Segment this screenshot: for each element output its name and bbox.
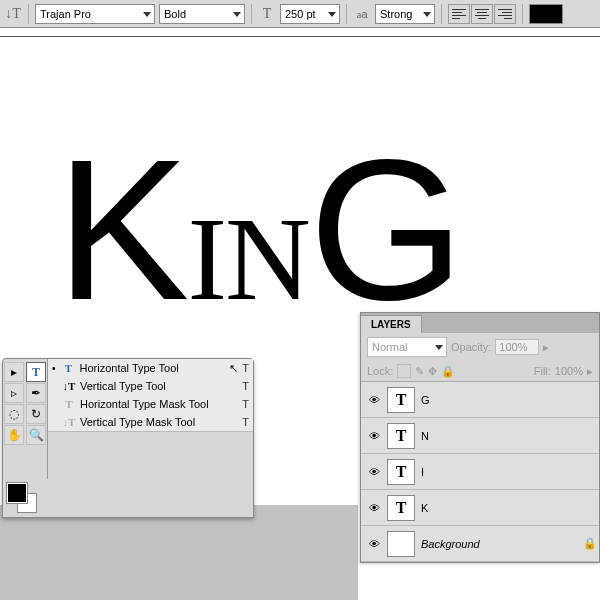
layer-row[interactable]: 👁 T K <box>361 490 599 526</box>
toolbox-col-a: ▸ ▹ ◌ ✋ <box>3 359 25 479</box>
tool-shortcut: T <box>242 380 249 392</box>
lock-transparency-icon[interactable] <box>397 364 411 378</box>
align-left-button[interactable] <box>448 4 470 24</box>
horizontal-type-tool[interactable]: T Horizontal Type Tool ↖ T <box>48 359 253 377</box>
chevron-right-icon[interactable]: ▸ <box>587 365 593 378</box>
blend-mode-value: Normal <box>372 341 407 353</box>
font-size-icon: T <box>258 5 276 23</box>
tool-label: Horizontal Type Tool <box>80 362 226 374</box>
font-size-select[interactable]: 250 pt <box>280 4 340 24</box>
layer-row[interactable]: 👁 T N <box>361 418 599 454</box>
lock-fill-row: Lock: ✎ ✥ 🔒 Fill: 100% ▸ <box>361 361 599 381</box>
tool-label: Vertical Type Tool <box>80 380 238 392</box>
font-family-select[interactable]: Trajan Pro <box>35 4 155 24</box>
visibility-icon[interactable]: 👁 <box>367 430 381 442</box>
type-icon: ↓T <box>62 380 76 392</box>
pen-tool[interactable]: ✒ <box>26 383 46 403</box>
font-weight-value: Bold <box>164 8 186 20</box>
layer-name[interactable]: G <box>421 394 593 406</box>
layer-thumbnail[interactable]: T <box>387 495 415 521</box>
visibility-icon[interactable]: 👁 <box>367 466 381 478</box>
divider <box>251 4 252 24</box>
layer-name[interactable]: I <box>421 466 593 478</box>
opacity-field[interactable]: 100% <box>495 339 539 355</box>
tool-shortcut: T <box>242 362 249 374</box>
direct-select-tool[interactable]: ▹ <box>4 383 24 403</box>
foreground-color[interactable] <box>7 483 27 503</box>
opacity-label: Opacity: <box>451 341 491 353</box>
blend-mode-select[interactable]: Normal <box>367 337 447 357</box>
chevron-right-icon[interactable]: ▸ <box>543 341 549 354</box>
lock-brush-icon[interactable]: ✎ <box>415 365 424 378</box>
divider <box>441 4 442 24</box>
antialias-select[interactable]: Strong <box>375 4 435 24</box>
divider <box>28 4 29 24</box>
layer-row[interactable]: 👁 T G <box>361 382 599 418</box>
align-center-button[interactable] <box>471 4 493 24</box>
lock-icon: 🔒 <box>583 537 593 550</box>
visibility-icon[interactable]: 👁 <box>367 502 381 514</box>
fill-field[interactable]: 100% <box>555 365 583 377</box>
antialias-value: Strong <box>380 8 412 20</box>
layer-row[interactable]: 👁 Background 🔒 <box>361 526 599 562</box>
divider <box>346 4 347 24</box>
tool-label: Horizontal Type Mask Tool <box>80 398 238 410</box>
layer-list: 👁 T G 👁 T N 👁 T I 👁 T K 👁 Background 🔒 <box>361 381 599 562</box>
rotate-tool[interactable]: ↻ <box>26 404 46 424</box>
layers-tab[interactable]: LAYERS <box>361 315 422 333</box>
color-swatches <box>3 479 253 517</box>
layer-row[interactable]: 👁 T I <box>361 454 599 490</box>
vertical-type-mask-tool[interactable]: ↓T Vertical Type Mask Tool T <box>48 413 253 431</box>
horizontal-type-mask-tool[interactable]: T Horizontal Type Mask Tool T <box>48 395 253 413</box>
fill-label: Fill: <box>534 365 551 377</box>
lock-move-icon[interactable]: ✥ <box>428 365 437 378</box>
visibility-icon[interactable]: 👁 <box>367 394 381 406</box>
type-icon: T <box>62 362 76 374</box>
zoom-tool[interactable]: 🔍 <box>26 425 46 445</box>
pasteboard <box>0 505 358 600</box>
type-mask-icon: ↓T <box>62 416 76 428</box>
orientation-icon[interactable]: ↓T <box>4 5 22 23</box>
blend-opacity-row: Normal Opacity: 100% ▸ <box>361 333 599 361</box>
type-tool[interactable]: T <box>26 362 46 382</box>
canvas-text[interactable]: KinG <box>56 115 463 345</box>
font-size-value: 250 pt <box>285 8 316 20</box>
type-mask-icon: T <box>62 398 76 410</box>
move-tool[interactable]: ▸ <box>4 362 24 382</box>
layer-thumbnail[interactable]: T <box>387 387 415 413</box>
layers-panel: LAYERS Normal Opacity: 100% ▸ Lock: ✎ ✥ … <box>360 312 600 563</box>
cursor-icon: ↖ <box>229 362 238 375</box>
panel-tabs: LAYERS <box>361 313 599 333</box>
antialias-icon: aa <box>353 5 371 23</box>
layer-thumbnail[interactable]: T <box>387 423 415 449</box>
layer-thumbnail[interactable] <box>387 531 415 557</box>
divider <box>522 4 523 24</box>
tool-label: Vertical Type Mask Tool <box>80 416 238 428</box>
layer-name[interactable]: N <box>421 430 593 442</box>
text-options-bar: ↓T Trajan Pro Bold T 250 pt aa Strong <box>0 0 600 28</box>
tool-shortcut: T <box>242 416 249 428</box>
visibility-icon[interactable]: 👁 <box>367 538 381 550</box>
align-right-button[interactable] <box>494 4 516 24</box>
toolbox-col-b: T ✒ ↻ 🔍 <box>25 359 47 479</box>
type-tool-popup: T Horizontal Type Tool ↖ T ↓T Vertical T… <box>47 359 253 479</box>
font-family-value: Trajan Pro <box>40 8 91 20</box>
vertical-type-tool[interactable]: ↓T Vertical Type Tool T <box>48 377 253 395</box>
text-align-group <box>448 4 516 24</box>
font-weight-select[interactable]: Bold <box>159 4 245 24</box>
layer-name[interactable]: Background <box>421 538 577 550</box>
layer-thumbnail[interactable]: T <box>387 459 415 485</box>
lock-label: Lock: <box>367 365 393 377</box>
text-color-swatch[interactable] <box>529 4 563 24</box>
lock-all-icon[interactable]: 🔒 <box>441 365 455 378</box>
heal-tool[interactable]: ◌ <box>4 404 24 424</box>
layer-name[interactable]: K <box>421 502 593 514</box>
tool-shortcut: T <box>242 398 249 410</box>
hand-tool[interactable]: ✋ <box>4 425 24 445</box>
tool-flyout: ▸ ▹ ◌ ✋ T ✒ ↻ 🔍 T Horizontal Type Tool ↖… <box>2 358 254 518</box>
